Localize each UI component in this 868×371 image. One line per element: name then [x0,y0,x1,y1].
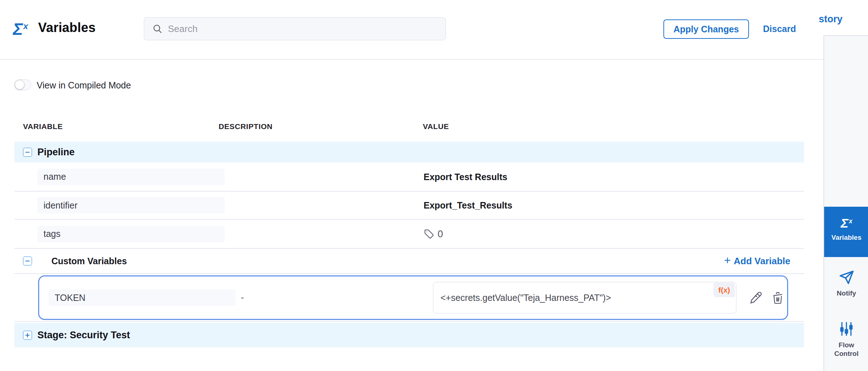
tags-count: 0 [438,228,443,239]
rail-tab-notify[interactable]: Notify [824,269,868,298]
divider [14,321,804,322]
compiled-mode-toggle[interactable] [14,79,31,90]
section-row-custom-variables: Custom Variables + Add Variable [14,249,804,274]
variable-name-chip: name [37,169,225,185]
toggle-knob[interactable] [15,80,24,90]
paper-plane-icon [838,269,855,285]
expression-fx-badge[interactable]: f(x) [713,283,735,297]
sigma-fx-icon [824,216,868,230]
table-row-tags: tags 0 [14,220,804,249]
sigma-fx-icon [13,19,35,40]
variable-name-chip: identifier [37,197,225,214]
compiled-mode-label: View in Compiled Mode [37,80,131,91]
variable-value: Export Test Results [424,171,507,182]
sliders-icon [838,321,855,337]
rail-tab-variables[interactable]: Variables [824,207,868,257]
discard-button[interactable]: Discard [763,24,796,34]
section-row-pipeline[interactable]: Pipeline [14,142,804,162]
add-variable-button[interactable]: + Add Variable [724,255,790,267]
tags-value: 0 [424,228,443,239]
column-header-variable: VARIABLE [23,122,63,131]
delete-trash-icon[interactable] [771,291,785,305]
section-label-custom-variables: Custom Variables [51,256,127,266]
search-box [144,17,446,40]
column-header-description: DESCRIPTION [219,122,273,131]
table-row-name: name Export Test Results [14,162,804,192]
page-title: Variables [38,20,96,35]
variable-value: Export_Test_Results [424,200,512,211]
edit-pencil-icon[interactable] [749,290,763,305]
token-value-text: <+secrets.getValue("Teja_Harness_PAT")> [440,293,611,303]
variables-panel: Variables Apply Changes Discard story Vi… [0,0,868,371]
search-icon [152,23,163,34]
search-input[interactable] [168,23,434,35]
rail-tab-flow-control[interactable]: Flow Control [824,321,868,358]
plus-icon: + [724,255,731,266]
token-description: - [241,292,244,303]
header-divider [0,59,823,60]
tag-icon [424,229,434,239]
collapse-minus-icon[interactable] [23,148,32,157]
background-history-link-partial[interactable]: story [819,14,842,25]
expand-plus-icon[interactable] [23,331,32,340]
column-header-value: VALUE [423,122,449,131]
right-tab-rail: Variables Notify Flow Control [823,35,868,371]
section-label-stage: Stage: Security Test [37,330,130,341]
collapse-minus-icon[interactable] [23,257,32,266]
token-value-input[interactable]: <+secrets.getValue("Teja_Harness_PAT")> [433,282,736,313]
table-row-identifier: identifier Export_Test_Results [14,192,804,220]
variable-name-chip: tags [37,226,225,242]
section-row-stage[interactable]: Stage: Security Test [14,323,804,347]
section-label-pipeline: Pipeline [37,147,75,158]
token-name-chip: TOKEN [49,289,236,306]
apply-changes-button[interactable]: Apply Changes [663,19,749,39]
